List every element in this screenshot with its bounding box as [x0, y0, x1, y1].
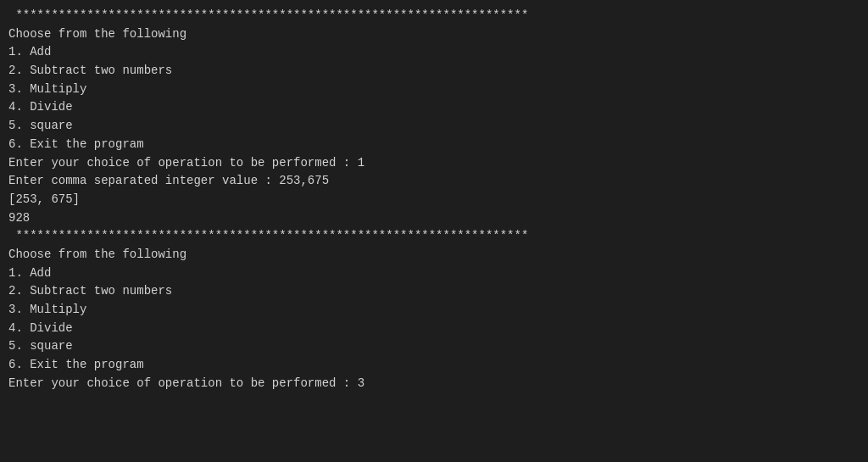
terminal-line: 1. Add — [8, 43, 860, 62]
terminal-line: Choose from the following — [8, 246, 860, 264]
terminal-line: Enter your choice of operation to be per… — [8, 154, 860, 173]
terminal-window: ****************************************… — [0, 0, 868, 462]
terminal-line: 4. Divide — [8, 320, 860, 338]
terminal-line: [253, 675] — [8, 191, 860, 209]
terminal-line: 6. Exit the program — [8, 356, 860, 375]
terminal-line: Choose from the following — [8, 25, 860, 44]
terminal-line: 6. Exit the program — [8, 136, 860, 154]
terminal-line: 1. Add — [8, 264, 860, 283]
terminal-line: 5. square — [8, 117, 860, 136]
terminal-line: Enter your choice of operation to be per… — [8, 375, 860, 393]
terminal-line: ****************************************… — [8, 7, 860, 25]
terminal-line: 3. Multiply — [8, 301, 860, 320]
terminal-line: ****************************************… — [8, 227, 860, 246]
terminal-line: 2. Subtract two numbers — [8, 62, 860, 81]
terminal-line: 5. square — [8, 337, 860, 356]
terminal-line: 3. Multiply — [8, 81, 860, 99]
terminal-line: 928 — [8, 209, 860, 228]
terminal-line: 2. Subtract two numbers — [8, 282, 860, 301]
terminal-line: Enter comma separated integer value : 25… — [8, 172, 860, 191]
terminal-line: 4. Divide — [8, 98, 860, 117]
